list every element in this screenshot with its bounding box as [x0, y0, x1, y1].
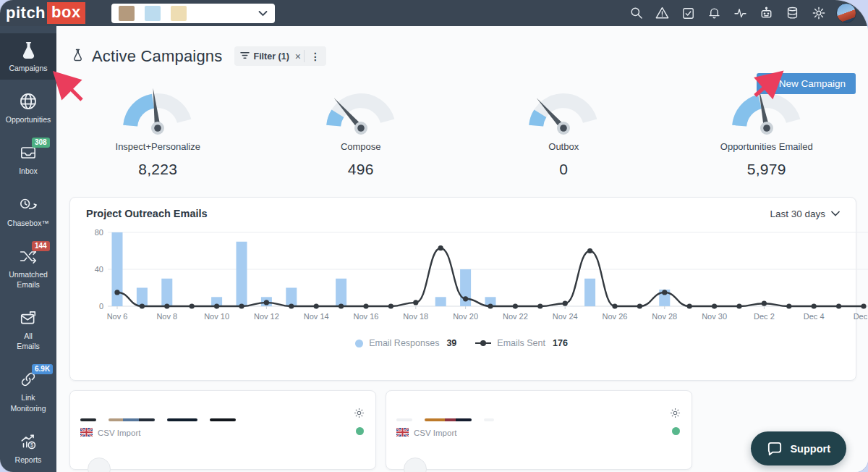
- campaign-source-label: CSV Import: [98, 429, 140, 437]
- shuffle-icon: 144: [17, 246, 39, 266]
- campaign-card[interactable]: CSV Import: [386, 390, 692, 470]
- sidebar-item-all-emails[interactable]: AllEmails: [0, 301, 56, 358]
- flask-icon: [71, 47, 85, 66]
- svg-text:Nov 8: Nov 8: [156, 312, 177, 321]
- redacted-segment: [456, 418, 472, 421]
- legend-item-emails-sent[interactable]: Emails Sent176: [475, 338, 568, 348]
- redacted-segment: [445, 418, 456, 421]
- legend-value: 39: [446, 338, 456, 348]
- sidebar-item-chasebox[interactable]: Chasebox™: [0, 188, 56, 235]
- redacted-segment: [109, 418, 123, 421]
- outreach-chart-svg: 04080Nov 6Nov 8Nov 10Nov 12Nov 14Nov 16N…: [80, 227, 868, 334]
- campaign-status-dot: [672, 427, 680, 435]
- sidebar-item-inbox[interactable]: 308Inbox: [0, 136, 56, 182]
- svg-text:Nov 30: Nov 30: [702, 312, 727, 321]
- svg-text:Dec 6: Dec 6: [854, 312, 868, 321]
- globe-icon: [17, 91, 39, 111]
- topbar: pitch box: [0, 0, 868, 26]
- new-campaign-button[interactable]: + New Campaign: [757, 73, 856, 94]
- gauge-dial: [111, 82, 205, 137]
- search-icon[interactable]: [629, 6, 644, 21]
- redacted-segment: [425, 418, 445, 421]
- redacted-text-bar: [109, 418, 155, 421]
- report-icon: $: [17, 431, 39, 452]
- svg-text:0: 0: [99, 302, 103, 311]
- chasebox-icon: [17, 195, 39, 215]
- more-options-button[interactable]: ⋮: [305, 51, 326, 62]
- logo-text-pitch: pitch: [6, 4, 46, 22]
- gauge-value: 496: [348, 161, 374, 178]
- campaign-avatar-placeholder: [404, 458, 427, 472]
- bot-icon[interactable]: [759, 6, 774, 21]
- sidebar-nav: CampaignsOpportunities308InboxChasebox™1…: [0, 26, 56, 472]
- sidebar-item-label: Campaigns: [9, 63, 47, 73]
- support-button[interactable]: Support: [751, 431, 846, 465]
- svg-text:Nov 24: Nov 24: [553, 312, 578, 321]
- redacted-text-bar: [484, 418, 494, 421]
- date-range-label: Last 30 days: [770, 208, 825, 219]
- alert-triangle-icon[interactable]: [655, 6, 670, 21]
- badge-unmatched-emails: 144: [32, 241, 50, 251]
- redacted-segment: [80, 418, 96, 421]
- legend-item-email-responses[interactable]: Email Responses39: [355, 338, 456, 348]
- redacted-segment: [484, 418, 494, 421]
- svg-text:Nov 6: Nov 6: [107, 312, 128, 321]
- campaign-card[interactable]: CSV Import: [69, 390, 376, 470]
- gear-icon[interactable]: [811, 6, 826, 21]
- bell-icon[interactable]: [707, 6, 722, 21]
- plus-icon: +: [767, 76, 774, 90]
- svg-text:Dec 2: Dec 2: [754, 312, 775, 321]
- pitchbox-logo: pitch box: [6, 2, 85, 24]
- svg-text:80: 80: [95, 228, 103, 237]
- topbar-icon-group: [629, 6, 826, 21]
- legend-label: Email Responses: [369, 338, 439, 348]
- sidebar-item-campaigns[interactable]: Campaigns: [0, 33, 56, 80]
- app-window: pitch box CampaignsOpportunities308Inbox…: [0, 0, 868, 472]
- sidebar-item-unmatched-emails[interactable]: 144UnmatchedEmails: [0, 240, 56, 296]
- user-avatar[interactable]: [836, 3, 856, 23]
- uk-flag-icon: [396, 428, 409, 438]
- page-title: Active Campaigns: [92, 47, 223, 66]
- campaign-cards-row: CSV ImportCSV Import: [69, 390, 856, 470]
- gauge-opportunities-emailed: Opportunities Emailed5,979: [665, 82, 868, 178]
- workspace-color-swatch-2: [145, 6, 161, 21]
- gauge-label: Inspect+Personalize: [116, 141, 200, 152]
- sidebar-item-opportunities[interactable]: Opportunities: [0, 85, 56, 131]
- sidebar-item-link-monitoring[interactable]: 6.9KLinkMonitoring: [0, 363, 56, 419]
- gauge-value: 0: [559, 161, 568, 178]
- legend-swatch: [355, 340, 363, 347]
- outreach-chart-card: Project Outreach Emails Last 30 days 040…: [69, 197, 856, 381]
- sidebar-item-reports[interactable]: $Reports: [0, 425, 56, 471]
- sidebar-item-label: AllEmails: [17, 331, 40, 351]
- svg-text:Nov 12: Nov 12: [254, 312, 279, 321]
- link-icon: 6.9K: [17, 369, 39, 389]
- date-range-select[interactable]: Last 30 days: [770, 208, 840, 219]
- page-header: Active Campaigns Filter (1) × ⋮: [56, 26, 868, 66]
- main-content: Active Campaigns Filter (1) × ⋮ + New Ca…: [56, 26, 868, 472]
- chat-bubble-icon: [767, 442, 783, 456]
- filter-icon: [240, 51, 250, 62]
- redacted-segment: [139, 418, 155, 421]
- checkbox-icon[interactable]: [681, 6, 696, 21]
- svg-text:Nov 26: Nov 26: [603, 312, 628, 321]
- workspace-selector[interactable]: [111, 4, 275, 23]
- card-settings-gear-icon[interactable]: [353, 407, 365, 422]
- redacted-segment: [396, 418, 412, 421]
- filter-button[interactable]: Filter (1): [234, 51, 295, 62]
- chart-legend: Email Responses39Emails Sent176: [80, 338, 843, 348]
- workspace-color-swatch-3: [171, 6, 187, 21]
- svg-text:Dec 4: Dec 4: [804, 312, 825, 321]
- redacted-text-bar: [80, 418, 96, 421]
- database-icon[interactable]: [785, 6, 800, 21]
- campaign-source-label: CSV Import: [414, 429, 456, 437]
- filter-clear-button[interactable]: ×: [295, 51, 304, 62]
- gauge-dial: [314, 82, 408, 137]
- uk-flag-icon: [80, 428, 93, 438]
- sidebar-item-label: UnmatchedEmails: [9, 269, 48, 290]
- chevron-down-icon: [831, 211, 840, 216]
- workspace-color-swatch-1: [119, 6, 135, 21]
- svg-text:Nov 28: Nov 28: [652, 312, 677, 321]
- activity-icon[interactable]: [733, 6, 748, 21]
- legend-label: Emails Sent: [497, 338, 545, 348]
- card-settings-gear-icon[interactable]: [669, 407, 681, 422]
